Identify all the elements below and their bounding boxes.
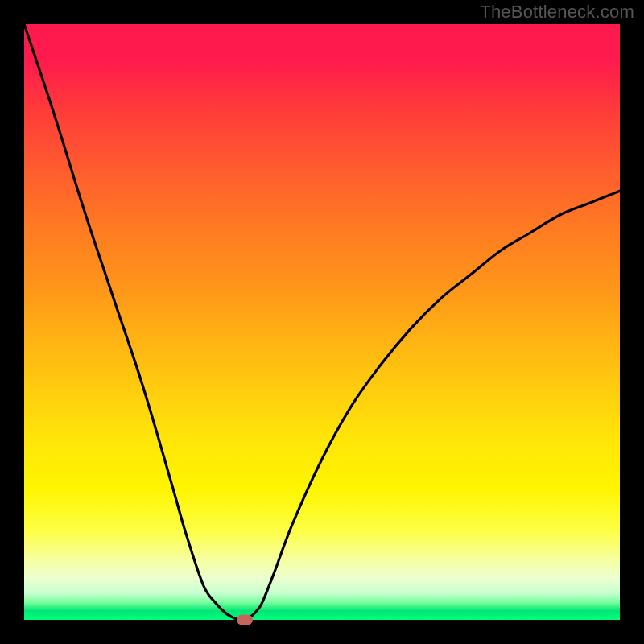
chart-container: TheBottleneck.com xyxy=(0,0,644,644)
plot-area xyxy=(24,24,620,620)
watermark-text: TheBottleneck.com xyxy=(480,2,634,23)
optimal-point-marker xyxy=(237,615,253,625)
bottleneck-curve xyxy=(24,24,620,620)
curve-svg xyxy=(24,24,620,620)
